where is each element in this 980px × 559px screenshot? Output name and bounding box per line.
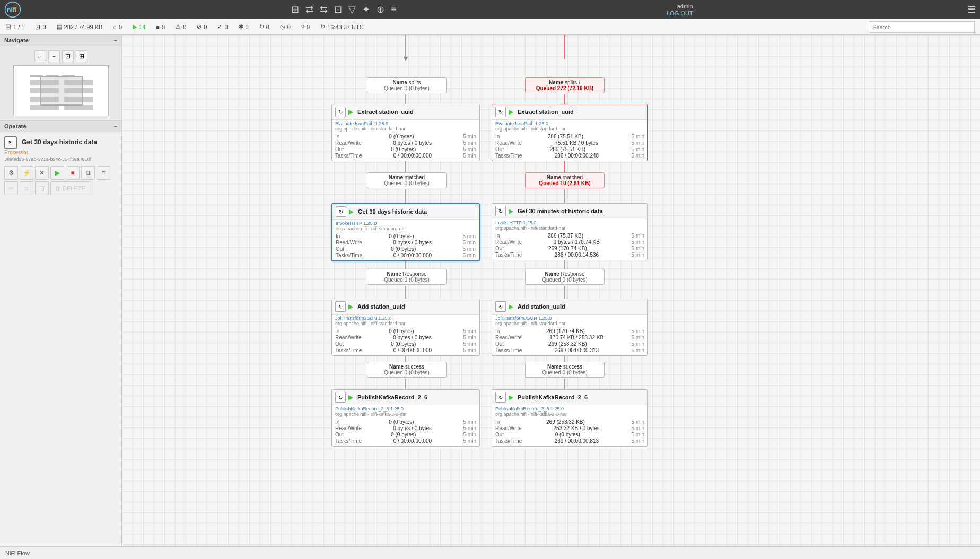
- connection-response-right: Name Response Queued 0 (0 bytes): [525, 269, 605, 285]
- proc-run-button[interactable]: ▶: [509, 207, 516, 215]
- processor-header: ↻ ▶ Get 30 minutes of historic data: [492, 204, 648, 219]
- proc-run-button[interactable]: ▶: [509, 303, 516, 310]
- refresh-icon: ↻: [259, 23, 264, 30]
- processor-header: ↻ ▶ PublishKafkaRecord_2_6: [332, 390, 479, 405]
- enable-button[interactable]: ⚡: [20, 166, 33, 180]
- invalid-icon: ⚠: [176, 23, 181, 30]
- invalid-item: ⚠ 0: [176, 23, 186, 30]
- invalid-value: 0: [183, 24, 186, 30]
- operate-processor-icon: ↻: [4, 136, 17, 149]
- proc-icon: ↻: [495, 392, 506, 403]
- disable-button[interactable]: ✕: [35, 166, 49, 180]
- proc-stats: In269 (170.74 KB)5 min Read/Write170.74 …: [492, 327, 648, 355]
- nav-icon-label[interactable]: ✦: [362, 4, 370, 15]
- processor-publish-left[interactable]: ↻ ▶ PublishKafkaRecord_2_6 PublishKafkaR…: [331, 389, 480, 447]
- paste-button[interactable]: ⧈: [20, 181, 33, 195]
- proc-icon: ↻: [336, 206, 346, 217]
- bottom-bar-label: NiFi Flow: [5, 550, 30, 556]
- time-item: ↻ 16:43:37 UTC: [320, 23, 363, 30]
- stat-in: In286 (75.37 KB)5 min: [495, 232, 644, 239]
- more-button[interactable]: ≡: [97, 166, 110, 180]
- stat-rw: Read/Write75.51 KB / 0 bytes5 min: [495, 139, 644, 146]
- running-value: 14: [139, 24, 145, 30]
- refresh-minimap-button[interactable]: ⊞: [76, 50, 88, 62]
- errors-icon: ◎: [280, 23, 285, 30]
- connection-response-left: Name Response Queued 0 (0 bytes): [367, 269, 447, 285]
- nav-icon-funnel[interactable]: ▽: [348, 4, 356, 15]
- processor-add-station-left[interactable]: ↻ ▶ Add station_uuid JoltTransformJSON 1…: [331, 299, 480, 356]
- proc-meta: InvokeHTTP 1.25.0 org.apache.nifi - nifi…: [492, 219, 648, 231]
- stat-tasks: Tasks/Time0 / 00:00:00.0005 min: [335, 438, 476, 444]
- processor-get30min-right[interactable]: ↻ ▶ Get 30 minutes of historic data Invo…: [492, 203, 648, 260]
- locally-modified-value: 0: [246, 24, 249, 30]
- main-content: Navigate − + − ⊡ ⊞: [0, 35, 980, 546]
- nav-icon-processor[interactable]: ≡: [391, 4, 397, 15]
- queued-icon: ○: [113, 24, 117, 30]
- nav-icon-process-groups[interactable]: ⊞: [291, 4, 299, 15]
- processor-header: ↻ ▶ Add station_uuid: [492, 299, 648, 315]
- proc-icon: ↻: [495, 206, 506, 216]
- nav-icon-output-port[interactable]: ⊡: [334, 4, 342, 15]
- delete-button[interactable]: 🗑 DELETE: [50, 181, 90, 195]
- stat-tasks: Tasks/Time269 / 00:00:00.3135 min: [495, 347, 644, 353]
- group-button[interactable]: ⊡: [35, 181, 49, 195]
- operate-panel-title: Operate: [4, 123, 27, 129]
- operate-processor-info: ↻ Get 30 days historic data Processor 3e…: [4, 136, 117, 162]
- minimap-canvas[interactable]: [13, 65, 109, 116]
- cut-button[interactable]: ✂: [4, 181, 18, 195]
- search-input[interactable]: [869, 21, 975, 33]
- queued-value: 0: [119, 24, 122, 30]
- stat-in: In269 (170.74 KB)5 min: [495, 328, 644, 334]
- navigate-close-button[interactable]: −: [114, 37, 117, 43]
- stat-tasks: Tasks/Time286 / 00:00:00.2485 min: [495, 152, 644, 159]
- operate-close-button[interactable]: −: [114, 123, 117, 129]
- proc-run-button[interactable]: ▶: [348, 108, 356, 116]
- proc-meta: InvokeHTTP 1.25.0 org.apache.nifi - nifi…: [332, 220, 479, 232]
- logout-link[interactable]: LOG OUT: [667, 10, 693, 16]
- left-panel: Navigate − + − ⊡ ⊞: [0, 35, 122, 546]
- threads-icon: ⊡: [35, 23, 40, 31]
- zoom-in-button[interactable]: +: [34, 50, 46, 62]
- start-button[interactable]: ▶: [50, 166, 64, 180]
- trash-icon: 🗑: [55, 185, 61, 191]
- proc-run-button[interactable]: ▶: [348, 394, 356, 401]
- processor-extract-right[interactable]: ↻ ▶ Extract station_uuid EvaluateJsonPat…: [492, 104, 648, 161]
- operate-panel-header: Operate −: [0, 121, 121, 132]
- stopped-item: ■ 0: [156, 24, 165, 30]
- check-icon: ✓: [217, 23, 222, 30]
- threads-item: ⊡ 0: [35, 23, 46, 31]
- copy-button[interactable]: ⧉: [81, 166, 95, 180]
- stat-out: Out269 (170.74 KB)5 min: [495, 245, 644, 251]
- processor-get30-left[interactable]: ↻ ▶ Get 30 days historic data InvokeHTTP…: [331, 203, 480, 261]
- processor-extract-left[interactable]: ↻ ▶ Extract station_uuid EvaluateJsonPat…: [331, 104, 480, 161]
- processor-add-station-right[interactable]: ↻ ▶ Add station_uuid JoltTransformJSON 1…: [492, 299, 648, 356]
- proc-name: Get 30 days historic data: [358, 208, 476, 215]
- data-icon: ▤: [57, 23, 62, 30]
- fit-button[interactable]: ⊡: [62, 50, 74, 62]
- proc-run-button[interactable]: ▶: [509, 394, 516, 401]
- zoom-out-button[interactable]: −: [48, 50, 60, 62]
- operate-toolbar: ⚙ ⚡ ✕ ▶ ■ ⧉ ≡ ✂ ⧈ ⊡ 🗑 DELETE: [4, 166, 117, 195]
- proc-run-button[interactable]: ▶: [349, 208, 356, 215]
- nav-icon-template[interactable]: ⊕: [377, 4, 384, 15]
- settings-button[interactable]: ⚙: [4, 166, 18, 180]
- nifi-logo: ni fi: [4, 1, 21, 18]
- minimap-area: + − ⊡ ⊞: [0, 46, 121, 120]
- stat-rw: Read/Write0 bytes / 0 bytes5 min: [336, 239, 476, 246]
- stat-rw: Read/Write253.32 KB / 0 bytes5 min: [495, 425, 644, 431]
- proc-stats: In269 (253.32 KB)5 min Read/Write253.32 …: [492, 417, 648, 446]
- canvas-area[interactable]: Name splits Queued 0 (0 bytes) Name matc…: [122, 35, 980, 546]
- nav-icon-remote-process-group[interactable]: ⇄: [305, 4, 313, 15]
- stop-button[interactable]: ■: [66, 166, 80, 180]
- stat-tasks: Tasks/Time0 / 00:00:00.0005 min: [336, 252, 476, 258]
- nav-icon-input-port[interactable]: ⇆: [320, 4, 328, 15]
- nav-icons-group: ⊞ ⇄ ⇆ ⊡ ▽ ✦ ⊕ ≡: [291, 4, 397, 15]
- status-bar: ⊞ 1 / 1 ⊡ 0 ▤ 282 / 74.99 KB ○ 0 ▶ 14 ■ …: [0, 19, 980, 35]
- hamburger-icon[interactable]: ☰: [967, 4, 976, 15]
- stat-tasks: Tasks/Time286 / 00:00:14.5365 min: [495, 251, 644, 258]
- processor-publish-right[interactable]: ↻ ▶ PublishKafkaRecord_2_6 PublishKafkaR…: [492, 389, 648, 447]
- breadcrumb-value: 1 / 1: [13, 24, 24, 30]
- proc-run-button[interactable]: ▶: [348, 303, 356, 310]
- proc-run-button[interactable]: ▶: [509, 108, 516, 116]
- disabled-icon: ⊘: [197, 23, 202, 30]
